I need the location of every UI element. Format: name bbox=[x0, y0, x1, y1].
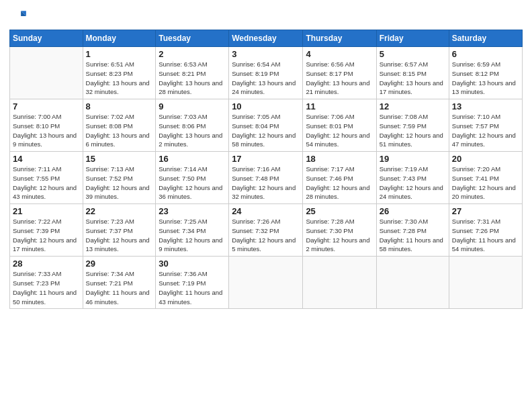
day-number: 21 bbox=[13, 206, 80, 216]
weekday-thursday: Thursday bbox=[303, 30, 376, 47]
calendar-cell: 25Sunrise: 7:28 AM Sunset: 7:30 PM Dayli… bbox=[303, 204, 376, 257]
day-number: 6 bbox=[452, 49, 519, 59]
weekday-header-row: SundayMondayTuesdayWednesdayThursdayFrid… bbox=[10, 30, 523, 47]
weekday-tuesday: Tuesday bbox=[156, 30, 229, 47]
day-info: Sunrise: 7:10 AM Sunset: 7:57 PM Dayligh… bbox=[452, 112, 519, 149]
calendar-cell: 20Sunrise: 7:20 AM Sunset: 7:41 PM Dayli… bbox=[449, 152, 522, 204]
calendar-cell: 24Sunrise: 7:26 AM Sunset: 7:32 PM Dayli… bbox=[229, 204, 303, 257]
calendar-cell: 16Sunrise: 7:14 AM Sunset: 7:50 PM Dayli… bbox=[156, 152, 229, 204]
calendar-cell: 26Sunrise: 7:30 AM Sunset: 7:28 PM Dayli… bbox=[376, 204, 449, 257]
calendar-week-row: 21Sunrise: 7:22 AM Sunset: 7:39 PM Dayli… bbox=[10, 204, 523, 257]
day-number: 24 bbox=[232, 206, 300, 216]
calendar-cell: 5Sunrise: 6:57 AM Sunset: 8:15 PM Daylig… bbox=[376, 47, 449, 99]
logo bbox=[9, 7, 31, 26]
calendar-cell: 6Sunrise: 6:59 AM Sunset: 8:12 PM Daylig… bbox=[449, 47, 522, 99]
day-info: Sunrise: 7:30 AM Sunset: 7:28 PM Dayligh… bbox=[380, 217, 446, 254]
calendar-cell: 2Sunrise: 6:53 AM Sunset: 8:21 PM Daylig… bbox=[156, 47, 229, 99]
day-info: Sunrise: 7:13 AM Sunset: 7:52 PM Dayligh… bbox=[86, 165, 153, 201]
day-info: Sunrise: 7:08 AM Sunset: 7:59 PM Dayligh… bbox=[380, 112, 446, 149]
day-number: 1 bbox=[86, 49, 153, 59]
calendar-cell bbox=[303, 257, 376, 309]
day-info: Sunrise: 6:59 AM Sunset: 8:12 PM Dayligh… bbox=[452, 60, 519, 97]
day-info: Sunrise: 7:33 AM Sunset: 7:23 PM Dayligh… bbox=[13, 269, 80, 306]
day-number: 4 bbox=[306, 49, 373, 59]
calendar-cell: 7Sunrise: 7:00 AM Sunset: 8:10 PM Daylig… bbox=[10, 99, 83, 152]
day-number: 23 bbox=[159, 206, 226, 216]
calendar-week-row: 7Sunrise: 7:00 AM Sunset: 8:10 PM Daylig… bbox=[10, 99, 523, 152]
day-info: Sunrise: 7:00 AM Sunset: 8:10 PM Dayligh… bbox=[13, 112, 80, 149]
day-info: Sunrise: 7:16 AM Sunset: 7:48 PM Dayligh… bbox=[232, 165, 300, 201]
calendar-cell: 21Sunrise: 7:22 AM Sunset: 7:39 PM Dayli… bbox=[10, 204, 83, 257]
day-number: 20 bbox=[452, 154, 519, 164]
day-info: Sunrise: 7:20 AM Sunset: 7:41 PM Dayligh… bbox=[452, 165, 519, 201]
calendar-cell: 4Sunrise: 6:56 AM Sunset: 8:17 PM Daylig… bbox=[303, 47, 376, 99]
day-number: 18 bbox=[306, 154, 373, 164]
weekday-monday: Monday bbox=[83, 30, 156, 47]
calendar-cell bbox=[376, 257, 449, 309]
day-number: 16 bbox=[159, 154, 226, 164]
day-info: Sunrise: 7:02 AM Sunset: 8:08 PM Dayligh… bbox=[86, 112, 153, 149]
day-info: Sunrise: 7:19 AM Sunset: 7:43 PM Dayligh… bbox=[380, 165, 446, 201]
calendar-cell: 3Sunrise: 6:54 AM Sunset: 8:19 PM Daylig… bbox=[229, 47, 303, 99]
day-info: Sunrise: 7:25 AM Sunset: 7:34 PM Dayligh… bbox=[159, 217, 226, 254]
day-number: 14 bbox=[13, 154, 80, 164]
calendar-week-row: 1Sunrise: 6:51 AM Sunset: 8:23 PM Daylig… bbox=[10, 47, 523, 99]
day-number: 26 bbox=[380, 206, 446, 216]
calendar-cell: 9Sunrise: 7:03 AM Sunset: 8:06 PM Daylig… bbox=[156, 99, 229, 152]
calendar-cell: 14Sunrise: 7:11 AM Sunset: 7:55 PM Dayli… bbox=[10, 152, 83, 204]
day-info: Sunrise: 7:17 AM Sunset: 7:46 PM Dayligh… bbox=[306, 165, 373, 201]
calendar-cell bbox=[10, 47, 83, 99]
day-number: 19 bbox=[380, 154, 446, 164]
day-number: 2 bbox=[159, 49, 226, 59]
calendar-cell: 23Sunrise: 7:25 AM Sunset: 7:34 PM Dayli… bbox=[156, 204, 229, 257]
day-info: Sunrise: 7:06 AM Sunset: 8:01 PM Dayligh… bbox=[306, 112, 373, 149]
day-info: Sunrise: 6:56 AM Sunset: 8:17 PM Dayligh… bbox=[306, 60, 373, 97]
day-info: Sunrise: 7:31 AM Sunset: 7:26 PM Dayligh… bbox=[452, 217, 519, 254]
day-number: 27 bbox=[452, 206, 519, 216]
calendar-cell: 11Sunrise: 7:06 AM Sunset: 8:01 PM Dayli… bbox=[303, 99, 376, 152]
calendar-cell bbox=[229, 257, 303, 309]
calendar-week-row: 14Sunrise: 7:11 AM Sunset: 7:55 PM Dayli… bbox=[10, 152, 523, 204]
calendar-cell: 17Sunrise: 7:16 AM Sunset: 7:48 PM Dayli… bbox=[229, 152, 303, 204]
day-info: Sunrise: 7:22 AM Sunset: 7:39 PM Dayligh… bbox=[13, 217, 80, 254]
calendar-cell: 15Sunrise: 7:13 AM Sunset: 7:52 PM Dayli… bbox=[83, 152, 156, 204]
day-number: 8 bbox=[86, 101, 153, 111]
day-number: 5 bbox=[380, 49, 446, 59]
day-info: Sunrise: 7:05 AM Sunset: 8:04 PM Dayligh… bbox=[232, 112, 300, 149]
calendar-cell: 19Sunrise: 7:19 AM Sunset: 7:43 PM Dayli… bbox=[376, 152, 449, 204]
day-info: Sunrise: 7:26 AM Sunset: 7:32 PM Dayligh… bbox=[232, 217, 300, 254]
day-number: 12 bbox=[380, 101, 446, 111]
day-number: 13 bbox=[452, 101, 519, 111]
day-number: 7 bbox=[13, 101, 80, 111]
day-number: 10 bbox=[232, 101, 300, 111]
day-info: Sunrise: 7:34 AM Sunset: 7:21 PM Dayligh… bbox=[86, 269, 153, 306]
day-number: 30 bbox=[159, 259, 226, 269]
calendar-cell: 22Sunrise: 7:23 AM Sunset: 7:37 PM Dayli… bbox=[83, 204, 156, 257]
day-info: Sunrise: 6:53 AM Sunset: 8:21 PM Dayligh… bbox=[159, 60, 226, 97]
page-header bbox=[9, 7, 523, 26]
day-info: Sunrise: 7:36 AM Sunset: 7:19 PM Dayligh… bbox=[159, 269, 226, 306]
day-number: 17 bbox=[232, 154, 300, 164]
day-number: 28 bbox=[13, 259, 80, 269]
day-number: 3 bbox=[232, 49, 300, 59]
day-number: 11 bbox=[306, 101, 373, 111]
weekday-saturday: Saturday bbox=[449, 30, 522, 47]
calendar-table: SundayMondayTuesdayWednesdayThursdayFrid… bbox=[9, 30, 523, 309]
calendar-cell: 30Sunrise: 7:36 AM Sunset: 7:19 PM Dayli… bbox=[156, 257, 229, 309]
day-number: 25 bbox=[306, 206, 373, 216]
day-info: Sunrise: 6:57 AM Sunset: 8:15 PM Dayligh… bbox=[380, 60, 446, 97]
calendar-cell: 27Sunrise: 7:31 AM Sunset: 7:26 PM Dayli… bbox=[449, 204, 522, 257]
day-number: 15 bbox=[86, 154, 153, 164]
calendar-cell: 29Sunrise: 7:34 AM Sunset: 7:21 PM Dayli… bbox=[83, 257, 156, 309]
day-info: Sunrise: 7:23 AM Sunset: 7:37 PM Dayligh… bbox=[86, 217, 153, 254]
calendar-week-row: 28Sunrise: 7:33 AM Sunset: 7:23 PM Dayli… bbox=[10, 257, 523, 309]
day-info: Sunrise: 6:51 AM Sunset: 8:23 PM Dayligh… bbox=[86, 60, 153, 97]
logo-icon bbox=[9, 7, 28, 26]
calendar-cell: 8Sunrise: 7:02 AM Sunset: 8:08 PM Daylig… bbox=[83, 99, 156, 152]
calendar-cell: 13Sunrise: 7:10 AM Sunset: 7:57 PM Dayli… bbox=[449, 99, 522, 152]
weekday-friday: Friday bbox=[376, 30, 449, 47]
day-number: 29 bbox=[86, 259, 153, 269]
weekday-sunday: Sunday bbox=[10, 30, 83, 47]
calendar-cell bbox=[449, 257, 522, 309]
calendar-cell: 18Sunrise: 7:17 AM Sunset: 7:46 PM Dayli… bbox=[303, 152, 376, 204]
